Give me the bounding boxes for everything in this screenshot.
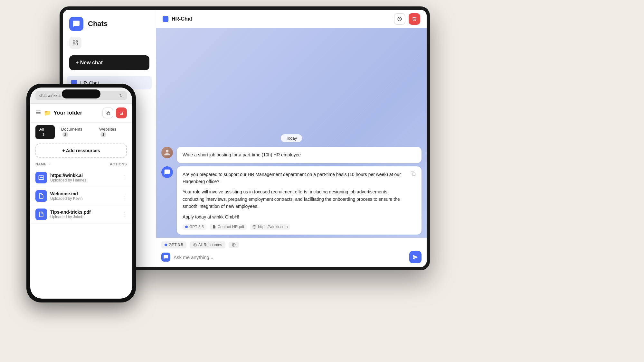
file-thumb-1	[35, 190, 47, 202]
phone-copy-button[interactable]	[102, 107, 113, 118]
phone-notch	[62, 89, 100, 98]
refresh-icon: ↻	[119, 93, 123, 98]
app-icon	[69, 17, 83, 31]
add-resources-button[interactable]: + Add ressources	[35, 144, 127, 158]
actions-column-header: ACTIONS	[110, 162, 127, 166]
svg-rect-3	[73, 44, 75, 45]
timer-button[interactable]	[394, 13, 405, 25]
delete-button[interactable]	[409, 13, 420, 25]
file-list-header: NAME ACTIONS	[30, 160, 132, 169]
file-info-2: Tips-and-tricks.pdf Uploaded by Jakob	[50, 209, 118, 219]
file-item-0: https://winkk.ai Uploaded by Hannes ⋮	[30, 169, 132, 187]
svg-rect-13	[107, 112, 110, 115]
svg-rect-0	[73, 41, 75, 43]
file-uploader-2: Uploaded by Jakob	[50, 215, 118, 219]
phone-toolbar-right	[102, 107, 127, 118]
filter-tab-websites[interactable]: Websites1	[95, 125, 127, 139]
hamburger-icon[interactable]	[35, 109, 41, 116]
new-chat-button[interactable]: + New chat	[69, 55, 149, 70]
file-name-2: Tips-and-tricks.pdf	[50, 209, 118, 215]
file-item-1: Welcome.md Uploaded by Kevin ⋮	[30, 187, 132, 205]
name-column-header: NAME	[35, 162, 51, 166]
file-name-0: https://winkk.ai	[50, 173, 118, 178]
chat-main: HR-Chat	[156, 10, 427, 267]
file-item-2: Tips-and-tricks.pdf Uploaded by Jakob ⋮	[30, 205, 132, 224]
folder-title-text: Your folder	[53, 110, 82, 116]
chat-header-left: HR-Chat	[163, 16, 192, 22]
chat-header: HR-Chat	[156, 10, 427, 28]
file-menu-0[interactable]: ⋮	[121, 174, 127, 181]
filter-tab-all[interactable]: All3	[35, 125, 55, 139]
phone-content: 📁 Your folder	[30, 104, 132, 299]
chat-header-icon	[163, 16, 168, 22]
file-uploader-0: Uploaded by Hannes	[50, 178, 118, 182]
filter-tabs: All3 Documents2 Websites1	[30, 123, 132, 142]
pages-icon-btn[interactable]	[69, 37, 81, 49]
phone-toolbar: 📁 Your folder	[30, 104, 132, 123]
folder-icon: 📁	[44, 109, 51, 116]
phone-screen: chat.winkk.ai ↻ 📁 Your	[30, 88, 132, 299]
file-uploader-1: Uploaded by Kevin	[50, 196, 118, 201]
chat-header-title: HR-Chat	[172, 16, 192, 22]
phone-delete-button[interactable]	[116, 107, 127, 118]
file-menu-1[interactable]: ⋮	[121, 192, 127, 200]
sidebar-icons-area	[63, 34, 156, 51]
sidebar-header: Chats	[63, 10, 156, 34]
svg-rect-1	[76, 41, 78, 42]
sidebar-title: Chats	[88, 20, 108, 28]
filter-tab-documents[interactable]: Documents2	[57, 125, 93, 139]
phone-device: chat.winkk.ai ↻ 📁 Your	[26, 84, 136, 302]
file-info-0: https://winkk.ai Uploaded by Hannes	[50, 173, 118, 182]
file-thumb-2	[35, 209, 47, 220]
url-text: chat.winkk.ai	[39, 93, 62, 98]
file-name-1: Welcome.md	[50, 191, 118, 196]
svg-rect-2	[76, 43, 78, 45]
bg-lines	[156, 28, 427, 267]
folder-title: 📁 Your folder	[44, 109, 82, 116]
file-info-1: Welcome.md Uploaded by Kevin	[50, 191, 118, 201]
file-menu-2[interactable]: ⋮	[121, 211, 127, 218]
chat-header-right	[394, 13, 420, 25]
chat-background: Today Write a short job posting for a pa…	[156, 28, 427, 267]
file-thumb-0	[35, 172, 47, 183]
